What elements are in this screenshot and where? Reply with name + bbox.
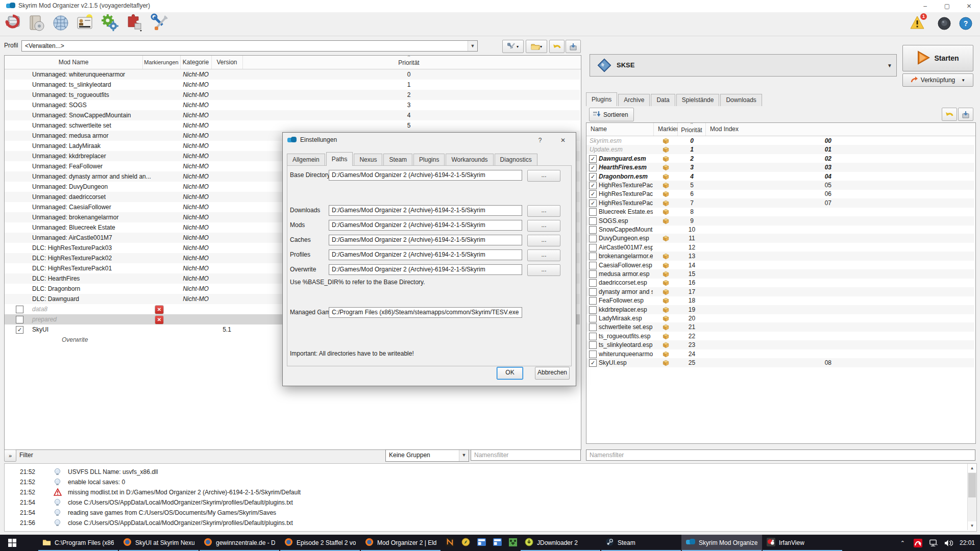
plugin-row[interactable]: SnowCappedMount...10 [586, 225, 974, 234]
taskbar-item-mod-organizer-2-eld[interactable]: Mod Organizer 2 | Eld... [360, 535, 441, 551]
tools-menu-button[interactable]: ▾ [502, 40, 524, 53]
plugin-row[interactable]: LadyMiraak.esp20 [586, 314, 974, 323]
settings-wrench-icon[interactable] [151, 13, 170, 33]
undo-button[interactable] [549, 40, 565, 53]
column-header-markierungen[interactable]: Markierungen [654, 123, 678, 136]
column-header-kategorie[interactable]: Kategorie [180, 56, 212, 69]
plugin-name-filter-input[interactable]: Namensfilter [586, 449, 975, 461]
base-directory-input[interactable]: D:/Games/Mod Organizer 2 (Archive)-6194-… [329, 170, 522, 181]
mod-row[interactable]: Unmanaged: ts_slinkyleotardNicht-MO1 [5, 80, 580, 90]
minimize-button[interactable]: – [914, 0, 936, 12]
plugin-row[interactable]: ts_rogueoutfits.esp22 [586, 332, 974, 341]
plugin-row[interactable]: ✓HighResTexturePack...707 [586, 198, 974, 208]
creeper-taskbar-icon[interactable] [504, 535, 520, 551]
profiles-input[interactable]: D:/Games/Mod Organizer 2 (Archive)-6194-… [329, 249, 522, 260]
taskbar-item-c-program-files-x86[interactable]: C:\Program Files (x86... [38, 535, 118, 551]
log-scrollbar[interactable]: ▲ ▼ [967, 464, 976, 530]
install-from-file-icon[interactable] [27, 13, 46, 33]
maximize-button[interactable]: ▢ [936, 0, 958, 12]
tab-spielstände[interactable]: Spielstände [676, 94, 720, 106]
plugin-checkbox[interactable] [589, 323, 597, 331]
mod-row[interactable]: Unmanaged: whiterunqueenarmorNicht-MO0 [5, 69, 580, 80]
nexus-globe-icon[interactable] [51, 13, 70, 33]
plugin-row[interactable]: ts_slinkyleotard.esp23 [586, 340, 974, 349]
start-menu-button[interactable] [0, 535, 24, 551]
plugin-checkbox[interactable]: ✓ [589, 173, 597, 181]
taskbar-item-episode-2-staffel-2-vo[interactable]: Episode 2 Staffel 2 vo... [280, 535, 360, 551]
plugin-row[interactable]: ✓HearthFires.esm303 [586, 163, 974, 172]
shortcut-button[interactable]: Verknüpfung ▼ [902, 73, 973, 87]
tab-downloads[interactable]: Downloads [720, 94, 762, 106]
browse-button[interactable]: ... [527, 249, 560, 261]
cancel-button[interactable]: Abbrechen [535, 367, 570, 380]
settings-tab-allgemein[interactable]: Allgemein [287, 154, 325, 166]
mod-row[interactable]: Unmanaged: SnowCappedMountainNicht-MO4 [5, 110, 580, 120]
groups-select[interactable]: Keine Gruppen▼ [385, 449, 469, 462]
scroll-up-icon[interactable]: ▲ [968, 464, 976, 472]
dialog-help-button[interactable]: ? [531, 133, 549, 148]
settings-tab-paths[interactable]: Paths [326, 152, 353, 166]
taskbar-item-jdownloader-2[interactable]: JDownloader 2 [520, 535, 601, 551]
plugin-checkbox[interactable]: ✓ [589, 190, 597, 198]
nexus-taskbar-icon[interactable] [441, 535, 457, 551]
downloads-input[interactable]: D:/Games/Mod Organizer 2 (Archive)-6194-… [329, 205, 522, 216]
plugin-checkbox[interactable] [589, 288, 597, 296]
mod-checkbox[interactable] [16, 316, 23, 323]
mod-row[interactable]: Unmanaged: SOGSNicht-MO3 [5, 100, 580, 110]
taskbar-item-skyui-at-skyrim-nexu[interactable]: SkyUI at Skyrim Nexu... [118, 535, 199, 551]
notifications-warning-icon[interactable]: 1 [910, 15, 925, 31]
window-blue-taskbar-icon[interactable] [488, 535, 504, 551]
executable-select[interactable]: SKSE ▼ [590, 54, 897, 77]
tab-plugins[interactable]: Plugins [586, 92, 617, 106]
dialog-close-button[interactable]: ✕ [552, 133, 574, 148]
plugin-checkbox[interactable] [589, 235, 597, 242]
plugin-checkbox[interactable] [589, 306, 597, 314]
plugin-checkbox[interactable]: ✓ [589, 164, 597, 171]
plugin-row[interactable]: ✓Dragonborn.esm404 [586, 172, 974, 181]
settings-tab-plugins[interactable]: Plugins [413, 154, 445, 166]
taskbar-clock[interactable]: 22:01 [960, 539, 975, 546]
volume-icon[interactable] [944, 539, 953, 547]
settings-tab-workarounds[interactable]: Workarounds [446, 154, 493, 166]
plugin-row[interactable]: kkdrbreplacer.esp19 [586, 305, 974, 314]
mod-checkbox[interactable] [16, 306, 23, 313]
plugin-row[interactable]: medusa armor.esp15 [586, 269, 974, 279]
plugin-row[interactable]: ✓Dawnguard.esm202 [586, 154, 974, 163]
browse-button[interactable]: ... [527, 170, 560, 182]
taskbar-item-irfanview[interactable]: IrfanView [762, 535, 843, 551]
plugin-checkbox[interactable] [589, 226, 597, 234]
plugin-row[interactable]: Update.esm101 [586, 145, 974, 154]
plugin-row[interactable]: whiterunqueenarmo...24 [586, 349, 974, 359]
problems-icon[interactable] [937, 16, 952, 32]
plugin-checkbox[interactable] [589, 217, 597, 225]
plugin-checkbox[interactable] [589, 253, 597, 260]
tools-plugins-icon[interactable] [125, 13, 144, 33]
taskbar-item-steam[interactable]: Steam [601, 535, 681, 551]
column-header-markierungen[interactable]: Markierungen [142, 56, 181, 69]
tab-data[interactable]: Data [651, 94, 675, 106]
plugin-row[interactable]: daedriccorset.esp16 [586, 278, 974, 287]
scrollbar-thumb[interactable] [968, 473, 976, 497]
settings-tab-nexus[interactable]: Nexus [354, 154, 382, 166]
restore-loadorder-button[interactable] [942, 108, 957, 121]
plugin-row[interactable]: CaesiaFollower.esp14 [586, 261, 974, 270]
plugin-row[interactable]: brokenangelarmor.esp13 [586, 252, 974, 261]
plugin-checkbox[interactable]: ✓ [589, 199, 597, 207]
open-folder-button[interactable]: ▾ [526, 40, 547, 53]
managed-game-input[interactable]: C:/Program Files (x86)/Steam/steamapps/c… [329, 307, 522, 318]
plugin-row[interactable]: Bluecreek Estate.esp8 [586, 207, 974, 216]
plugin-checkbox[interactable] [589, 333, 597, 340]
plugin-checkbox[interactable] [589, 297, 597, 305]
network-icon[interactable] [929, 539, 938, 547]
ok-button[interactable]: OK [497, 367, 523, 380]
plugin-row[interactable]: ✓HighResTexturePack...505 [586, 181, 974, 190]
browse-button[interactable]: ... [527, 235, 560, 246]
taskbar-item-skyrim-mod-organize[interactable]: Skyrim Mod Organize... [681, 535, 762, 551]
mod-checkbox[interactable]: ✓ [16, 326, 23, 334]
browse-button[interactable]: ... [527, 220, 560, 232]
compass-taskbar-icon[interactable] [457, 535, 473, 551]
column-header-version[interactable]: Version [211, 56, 243, 69]
plugin-checkbox[interactable] [589, 270, 597, 278]
plugin-checkbox[interactable] [589, 341, 597, 349]
plugin-row[interactable]: SOGS.esp9 [586, 216, 974, 226]
